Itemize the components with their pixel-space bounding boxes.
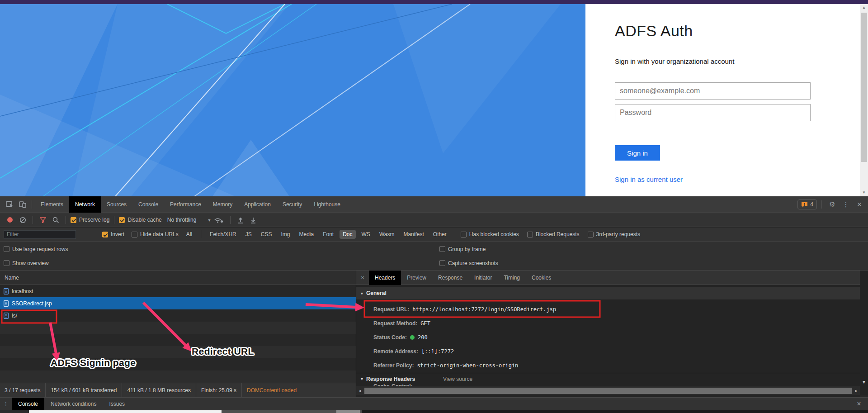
filter-pill-media[interactable]: Media (296, 230, 317, 239)
details-close-icon[interactable]: × (356, 271, 369, 285)
filter-pill-css[interactable]: CSS (258, 230, 275, 239)
tab-timing[interactable]: Timing (498, 271, 526, 285)
filter-pill-fetch-xhr[interactable]: Fetch/XHR (207, 230, 240, 239)
tab-lighthouse[interactable]: Lighthouse (308, 196, 346, 213)
filter-pill-manifest[interactable]: Manifest (400, 230, 427, 239)
preserve-log-checkbox[interactable]: Preserve log (71, 217, 109, 223)
group-by-frame-label: Group by frame (448, 246, 486, 252)
scroll-down-icon[interactable]: ▼ (860, 189, 868, 196)
bottom-strip-light-bar[interactable] (29, 410, 222, 413)
drawer-menu-kebab-icon[interactable]: ⋮ (0, 398, 12, 410)
drawer-tab-network-conditions[interactable]: Network conditions (44, 398, 103, 410)
tab-initiator[interactable]: Initiator (468, 271, 498, 285)
checkbox-unchecked-icon[interactable] (439, 260, 445, 266)
scroll-left-icon[interactable]: ◄ (356, 389, 363, 393)
bottom-strip-thumb[interactable] (336, 410, 360, 413)
email-field[interactable] (615, 82, 811, 100)
password-field[interactable] (615, 104, 811, 121)
filter-pill-img[interactable]: Img (278, 230, 293, 239)
filter-pill-all[interactable]: All (183, 230, 195, 239)
blocked-requests-checkbox[interactable]: Blocked Requests (527, 231, 580, 237)
adfs-signin-panel: ADFS Auth Sign in with your organization… (585, 4, 860, 196)
request-row-ssoredirect[interactable]: SSORedirect.jsp (0, 297, 356, 309)
disable-cache-checkbox[interactable]: Disable cache (119, 217, 161, 223)
capture-screenshots-checkbox[interactable]: Capture screenshots (439, 256, 498, 270)
details-vertical-scrollbar[interactable]: ▼ (860, 271, 868, 395)
drawer-tab-issues[interactable]: Issues (103, 398, 131, 410)
clear-network-log-icon[interactable] (17, 214, 28, 225)
tab-sources[interactable]: Sources (101, 196, 132, 213)
tab-memory[interactable]: Memory (207, 196, 238, 213)
tab-response[interactable]: Response (432, 271, 468, 285)
import-har-icon[interactable] (235, 214, 246, 225)
general-section-header[interactable]: ▾ General (356, 287, 860, 299)
checkbox-unchecked-icon[interactable] (588, 232, 594, 237)
inspect-element-icon[interactable] (4, 199, 16, 210)
tab-application[interactable]: Application (238, 196, 277, 213)
page-scrollbar-thumb[interactable] (861, 13, 867, 162)
checkbox-unchecked-icon[interactable] (439, 246, 445, 252)
filter-pill-js[interactable]: JS (242, 230, 255, 239)
section-expand-icon[interactable]: ▾ (361, 291, 363, 296)
devtools-close-icon[interactable]: × (854, 199, 865, 210)
drawer-close-icon[interactable]: × (854, 398, 864, 410)
filter-pill-wasm[interactable]: Wasm (376, 230, 398, 239)
request-name: ls/ (12, 313, 17, 319)
view-source-link[interactable]: View source (443, 376, 472, 382)
show-overview-checkbox[interactable]: Show overview (4, 256, 49, 270)
group-by-frame-checkbox[interactable]: Group by frame (439, 242, 486, 256)
scroll-right-icon[interactable]: ► (853, 389, 860, 393)
page-scrollbar[interactable]: ▲ ▼ (860, 4, 868, 196)
filter-pill-other[interactable]: Other (430, 230, 450, 239)
record-network-log-icon[interactable] (5, 214, 15, 225)
sign-in-button[interactable]: Sign in (615, 145, 660, 161)
tab-headers[interactable]: Headers (369, 271, 401, 285)
filter-pill-doc[interactable]: Doc (340, 230, 355, 239)
tab-preview[interactable]: Preview (401, 271, 432, 285)
use-large-request-rows-checkbox[interactable]: Use large request rows (4, 242, 68, 256)
disable-cache-label: Disable cache (127, 217, 161, 223)
checkbox-checked-icon[interactable] (71, 217, 76, 223)
drawer-tab-console[interactable]: Console (12, 398, 44, 410)
checkbox-checked-icon[interactable] (102, 232, 108, 237)
has-blocked-cookies-checkbox[interactable]: Has blocked cookies (461, 231, 519, 237)
scroll-down-icon[interactable]: ▼ (860, 380, 868, 385)
scroll-up-icon[interactable]: ▲ (860, 4, 868, 11)
checkbox-unchecked-icon[interactable] (527, 232, 533, 237)
section-expand-icon[interactable]: ▾ (361, 376, 363, 381)
details-horizontal-scrollbar[interactable]: ◄ ► (356, 386, 860, 395)
response-headers-section-header[interactable]: ▾ Response Headers View source (356, 373, 860, 385)
filter-pill-ws[interactable]: WS (359, 230, 373, 239)
tab-cookies[interactable]: Cookies (526, 271, 557, 285)
device-toolbar-icon[interactable] (16, 199, 29, 210)
tab-console[interactable]: Console (132, 196, 164, 213)
export-har-icon[interactable] (248, 214, 259, 225)
tab-security[interactable]: Security (277, 196, 308, 213)
hide-data-urls-checkbox[interactable]: Hide data URLs (132, 231, 179, 237)
network-conditions-wifi-icon[interactable] (212, 214, 226, 225)
filter-pill-font[interactable]: Font (320, 230, 337, 239)
details-hscroll-thumb[interactable] (364, 388, 852, 394)
invert-checkbox[interactable]: Invert (102, 231, 124, 237)
request-row-localhost[interactable]: localhost (0, 285, 356, 297)
divider (230, 216, 231, 224)
checkbox-checked-icon[interactable] (119, 217, 125, 223)
tab-network[interactable]: Network (69, 196, 101, 213)
checkbox-unchecked-icon[interactable] (132, 232, 137, 237)
tab-elements[interactable]: Elements (35, 196, 69, 213)
third-party-requests-checkbox[interactable]: 3rd-party requests (588, 231, 640, 237)
throttling-dropdown[interactable]: No throttling ▾ (167, 217, 211, 223)
checkbox-unchecked-icon[interactable] (4, 260, 9, 266)
tab-performance[interactable]: Performance (164, 196, 207, 213)
issues-badge[interactable]: 4 (797, 199, 817, 209)
sign-in-as-current-user-link[interactable]: Sign in as current user (615, 176, 683, 183)
checkbox-unchecked-icon[interactable] (461, 232, 467, 237)
devtools-menu-kebab-icon[interactable]: ⋮ (840, 199, 852, 210)
filter-input[interactable] (4, 230, 76, 239)
settings-gear-icon[interactable]: ⚙ (826, 199, 838, 210)
request-row-ls[interactable]: ls/ (0, 309, 356, 322)
search-icon[interactable] (50, 214, 61, 225)
filter-funnel-icon[interactable] (38, 214, 48, 225)
name-column-header[interactable]: Name (0, 271, 356, 285)
checkbox-unchecked-icon[interactable] (4, 246, 9, 252)
